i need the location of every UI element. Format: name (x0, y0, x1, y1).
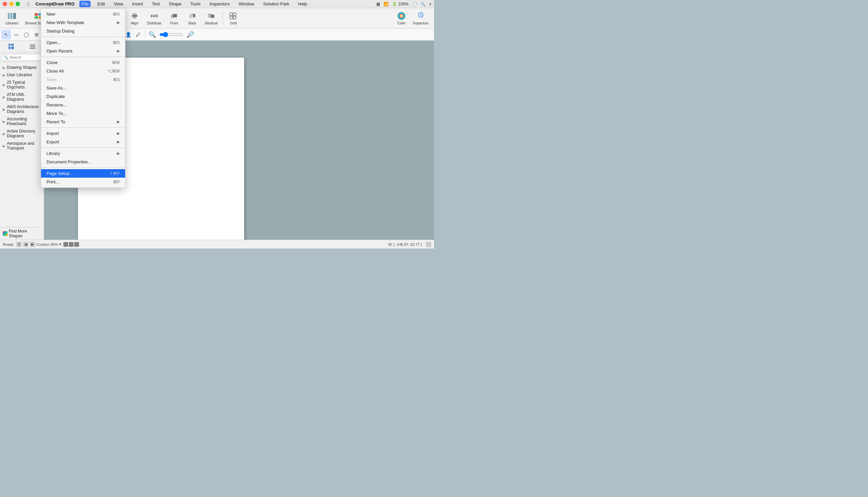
menu-item-new-template-label: New With Template (46, 20, 84, 25)
pause-button[interactable]: ⏸ (16, 242, 22, 247)
grid-button[interactable]: Grid (226, 10, 241, 26)
sidebar-item-atm-uml[interactable]: ▶ ATM UML Diagrams (0, 91, 44, 103)
minimize-window-button[interactable] (9, 2, 14, 6)
menu-item-print[interactable]: Print... ⌘P (41, 178, 125, 186)
svg-rect-1 (11, 13, 13, 19)
zoom-dropdown-arrow[interactable]: ▼ (59, 242, 62, 246)
search-icon[interactable]: 🔍 (421, 2, 426, 6)
page-tab-1[interactable] (63, 242, 68, 247)
menu-item-page-setup-label: Page Setup... (46, 171, 73, 176)
find-more-shapes-button[interactable]: Find More Shapes (0, 227, 44, 240)
next-page-button[interactable]: ▶ (30, 242, 35, 247)
menu-item-close[interactable]: Close ⌘W (41, 58, 125, 67)
svg-rect-30 (9, 44, 11, 46)
menu-help[interactable]: Help (296, 1, 309, 7)
menu-item-duplicate[interactable]: Duplicate (41, 92, 125, 101)
menu-item-rename[interactable]: Rename... (41, 101, 125, 109)
sidebar-item-user-libraries[interactable]: ▶ User Libraries (0, 71, 44, 79)
maximize-window-button[interactable] (16, 2, 20, 6)
menu-item-rename-label: Rename... (46, 102, 67, 108)
zoom-in-button[interactable]: 🔎 (185, 30, 195, 39)
page-tab-3[interactable] (74, 242, 79, 247)
list-icon[interactable]: ≡ (429, 2, 431, 6)
menu-text[interactable]: Text (150, 1, 162, 7)
resize-corner[interactable] (426, 242, 431, 247)
sidebar-item-orgcharts[interactable]: ▶ 25 Typical Orgcharts (0, 79, 44, 91)
sidebar-item-active-directory[interactable]: ▶ Active Directory Diagrams (0, 127, 44, 140)
sidebar-item-label: Drawing Shapes (7, 65, 37, 70)
identical-button[interactable]: Identical (202, 10, 220, 26)
menu-item-save-as[interactable]: Save As... (41, 84, 125, 92)
rect-tool[interactable]: ▭ (12, 30, 21, 39)
menu-bar-right: ▦ 📶 🔋 100% 🕐 🔍 ≡ (376, 2, 431, 6)
sidebar-item-drawing-shapes[interactable]: ▶ Drawing Shapes (0, 64, 44, 71)
menu-item-new-with-template[interactable]: New With Template ▶ (41, 18, 125, 27)
sidebar-item-aerospace[interactable]: ▶ Aerospace and Transport (0, 140, 44, 152)
search-input[interactable] (10, 55, 40, 59)
menu-item-print-label: Print... (46, 179, 59, 184)
menu-item-save-as-label: Save As... (46, 85, 67, 90)
prev-page-button[interactable]: ◀ (23, 242, 28, 247)
menu-item-document-properties[interactable]: Document Properties... (41, 158, 125, 166)
menu-item-import[interactable]: Import ▶ (41, 129, 125, 138)
sidebar-grid-view-button[interactable] (1, 42, 22, 51)
ellipse-tool[interactable]: ◯ (22, 30, 31, 39)
menu-solution-park[interactable]: Solution Park (261, 1, 291, 7)
menu-item-page-setup[interactable]: Page Setup... ⇧⌘P (41, 169, 125, 178)
align-button[interactable]: Align (126, 10, 143, 26)
zoom-value: Custom 45% (37, 242, 58, 246)
menu-item-revert-to[interactable]: Revert To ▶ (41, 118, 125, 126)
color-button[interactable]: Color (394, 10, 409, 26)
zoom-control[interactable]: Custom 45% ▼ (37, 242, 62, 246)
inspectors-button[interactable]: Inspectors (410, 10, 431, 26)
sidebar-item-label: Aerospace and Transport (7, 141, 41, 151)
inspectors-label: Inspectors (413, 22, 429, 25)
menu-item-move-to[interactable]: Move To... (41, 109, 125, 118)
menu-item-export-label: Export (46, 139, 59, 144)
menu-item-close-all[interactable]: Close All ⌥⌘W (41, 67, 125, 75)
arrow-icon: ▶ (3, 66, 5, 70)
menu-file[interactable]: File (79, 1, 90, 7)
table-tool[interactable]: ⊞ (32, 30, 41, 39)
apple-menu[interactable]:  (27, 1, 29, 7)
inspectors-icon (416, 11, 426, 21)
front-icon (169, 11, 179, 21)
menu-item-library[interactable]: Library ▶ (41, 149, 125, 158)
zoom-range-input[interactable] (159, 32, 183, 37)
toolbar-separator-3 (223, 12, 223, 25)
menu-tools[interactable]: Tools (188, 1, 202, 7)
menu-shape[interactable]: Shape (167, 1, 184, 7)
zoom-out-button[interactable]: 🔍 (147, 30, 157, 39)
back-button[interactable]: Back (184, 10, 201, 26)
menu-edit[interactable]: Edit (95, 1, 107, 7)
page-tab-2[interactable] (69, 242, 74, 247)
pencil-tool[interactable]: 🖊 (133, 30, 143, 39)
distribute-button[interactable]: Distribute (144, 10, 164, 26)
libraries-icon (7, 11, 17, 21)
sidebar-search-box[interactable]: 🔍 (1, 54, 42, 61)
menu-item-export[interactable]: Export ▶ (41, 138, 125, 146)
arrow-icon: ▶ (3, 120, 5, 124)
sidebar-item-accounting[interactable]: ▶ Accounting Flowcharts (0, 115, 44, 127)
menu-view[interactable]: View (112, 1, 125, 7)
close-window-button[interactable] (3, 2, 7, 6)
search-magnifier-icon: 🔍 (4, 55, 9, 60)
menu-item-open-label: Open... (46, 40, 61, 45)
menu-inspectors[interactable]: Inspectors (208, 1, 232, 7)
front-button[interactable]: Front (166, 10, 182, 26)
menu-item-close-label: Close (46, 60, 58, 65)
menu-item-open-recent[interactable]: Open Recent ▶ (41, 47, 125, 55)
menu-item-new-label: New (46, 12, 55, 17)
menu-item-new[interactable]: New ⌘N (41, 10, 125, 18)
libraries-button[interactable]: Libraries (3, 10, 21, 26)
menu-window[interactable]: Window (237, 1, 256, 7)
menu-item-startup-dialog[interactable]: Startup Dialog (41, 27, 125, 35)
menu-sep-4 (41, 147, 125, 148)
menu-item-open[interactable]: Open... ⌘O (41, 38, 125, 47)
sidebar-list-view-button[interactable] (23, 42, 43, 51)
menu-insert[interactable]: Insert (130, 1, 145, 7)
app-name[interactable]: ConceptDraw PRO (35, 1, 75, 6)
zoom-slider[interactable] (158, 30, 185, 39)
sidebar-item-aws[interactable]: ▶ AWS Architecture Diagrams (0, 103, 44, 115)
select-tool[interactable]: ↖ (1, 30, 11, 39)
